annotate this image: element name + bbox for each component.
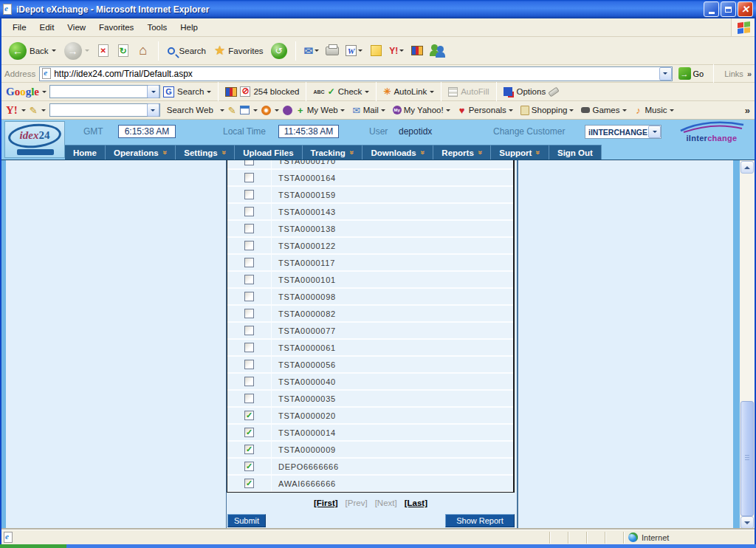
yahoo-logo[interactable]: Y! (6, 104, 18, 117)
yahoo-search-dropdown-icon[interactable] (147, 103, 159, 117)
pagination-link[interactable]: [Next] (375, 499, 397, 507)
yahoo-toolbar-item[interactable]: Personals (458, 105, 513, 116)
address-dropdown-icon[interactable] (659, 67, 672, 81)
menu-item[interactable]: File (6, 20, 33, 35)
window-panel-caret-icon[interactable] (253, 109, 258, 114)
history-button[interactable]: ↺ (269, 41, 289, 61)
customer-select[interactable]: iINTERCHANGE (585, 125, 662, 139)
autolink-caret-icon[interactable] (430, 91, 434, 95)
yahoo-item-caret-icon[interactable] (569, 109, 574, 114)
mail-button[interactable]: ✉ (302, 41, 322, 61)
customer-select-dropdown-icon[interactable] (648, 126, 661, 138)
check-button[interactable]: Check (338, 87, 362, 96)
favorites-button[interactable]: ★ Favorites (211, 41, 267, 60)
nav-item[interactable]: Reports » (433, 145, 491, 160)
scroll-up-button[interactable] (740, 161, 754, 174)
pencil-icon[interactable]: ✎ (30, 105, 38, 116)
yahoo-search-input[interactable] (50, 105, 147, 116)
nav-item[interactable]: Settings » (176, 145, 235, 160)
yahoo-item-caret-icon[interactable] (670, 109, 674, 114)
check-caret-icon[interactable] (365, 91, 369, 95)
highlighter-icon[interactable] (548, 86, 559, 97)
yahoo-item-caret-icon[interactable] (381, 109, 385, 114)
submit-button[interactable]: Submit (227, 514, 266, 527)
yahoo-toolbar-item[interactable]: Games (581, 106, 626, 114)
refresh-button[interactable]: ↻ (114, 41, 132, 61)
google-search-dropdown-icon[interactable] (147, 85, 159, 98)
notes-button[interactable] (367, 41, 385, 61)
links-label[interactable]: Links (724, 69, 743, 78)
menu-item[interactable]: View (61, 20, 92, 35)
nav-item[interactable]: Upload Files (235, 145, 302, 160)
yahoo-item-caret-icon[interactable] (446, 109, 450, 114)
yahoo-toolbar-item[interactable]: Mail (352, 105, 385, 116)
row-checkbox[interactable] (244, 160, 254, 165)
nav-item[interactable]: Home (65, 145, 106, 160)
row-checkbox[interactable] (244, 377, 254, 386)
row-checkbox[interactable] (244, 445, 254, 454)
back-button[interactable]: ← Back (6, 41, 59, 61)
row-checkbox[interactable] (244, 394, 254, 403)
row-checkbox[interactable] (244, 241, 254, 250)
row-checkbox[interactable] (244, 343, 254, 352)
address-input[interactable] (54, 69, 656, 79)
google-site-search-icon[interactable] (225, 87, 237, 97)
yahoo-toolbar-item[interactable]: Shopping (520, 106, 574, 115)
forward-button[interactable]: → (61, 41, 92, 61)
home-button[interactable]: ⌂ (134, 41, 152, 61)
edit-word-button[interactable]: W (343, 41, 365, 61)
research-button[interactable] (408, 41, 426, 61)
google-logo[interactable]: Google (6, 86, 39, 98)
menu-item[interactable]: Tools (140, 20, 173, 35)
row-checkbox[interactable] (244, 224, 254, 233)
google-logo-dropdown-icon[interactable] (42, 91, 47, 95)
go-button[interactable]: → Go (676, 67, 707, 80)
pagination-link[interactable]: [Prev] (346, 499, 368, 507)
popup-blocked-count[interactable]: 254 blocked (253, 87, 299, 96)
google-search-button[interactable]: Search (177, 87, 204, 96)
row-checkbox[interactable] (244, 258, 254, 267)
yahoo-toolbar-item[interactable]: My Web (296, 105, 345, 116)
yahoo-toolbar-item[interactable]: My Yahoo! (393, 106, 450, 114)
target-caret-icon[interactable] (275, 109, 279, 114)
google-search-input[interactable] (50, 86, 147, 97)
menu-item[interactable]: Edit (33, 20, 61, 35)
nav-item[interactable]: Sign Out (549, 145, 602, 160)
stop-button[interactable]: ✕ (94, 41, 112, 61)
yahoo-item-caret-icon[interactable] (509, 109, 513, 114)
row-checkbox[interactable] (244, 275, 254, 284)
row-checkbox[interactable] (244, 309, 254, 318)
nav-item[interactable]: Support » (491, 145, 549, 160)
row-checkbox[interactable] (244, 479, 254, 488)
row-checkbox[interactable] (244, 207, 254, 216)
row-checkbox[interactable] (244, 326, 254, 335)
row-checkbox[interactable] (244, 360, 254, 369)
row-checkbox[interactable] (244, 292, 254, 301)
edit-pencil-icon[interactable]: ✎ (228, 105, 236, 116)
menu-item[interactable]: Help (173, 20, 205, 35)
window-panel-icon[interactable] (240, 106, 250, 114)
pencil-caret-icon[interactable] (41, 109, 46, 114)
target-icon[interactable] (261, 106, 271, 115)
scrollbar-thumb[interactable] (740, 401, 754, 516)
options-button[interactable]: Options (517, 87, 546, 96)
search-button[interactable]: Search (165, 45, 209, 57)
pagination-link[interactable]: [Last] (405, 499, 427, 507)
minimize-button[interactable] (704, 1, 719, 17)
messenger-button[interactable] (428, 41, 447, 61)
yahoo-overflow-icon[interactable]: » (745, 105, 750, 116)
show-report-button[interactable]: Show Report (445, 514, 515, 527)
yahoo-item-caret-icon[interactable] (622, 109, 627, 114)
yahoo-item-caret-icon[interactable] (340, 109, 345, 114)
close-button[interactable]: ✕ (738, 1, 753, 17)
taskbar-sliver[interactable] (0, 544, 756, 548)
search-web-caret-icon[interactable] (220, 109, 224, 114)
row-checkbox[interactable] (244, 428, 254, 437)
nav-item[interactable]: Tracking » (303, 145, 363, 160)
nav-item[interactable]: Downloads » (362, 145, 433, 160)
print-button[interactable] (323, 41, 341, 61)
google-search-caret-icon[interactable] (207, 91, 211, 95)
row-checkbox[interactable] (244, 411, 254, 420)
yahoo-logo-caret-icon[interactable] (21, 109, 26, 114)
links-overflow-icon[interactable]: » (747, 69, 752, 78)
